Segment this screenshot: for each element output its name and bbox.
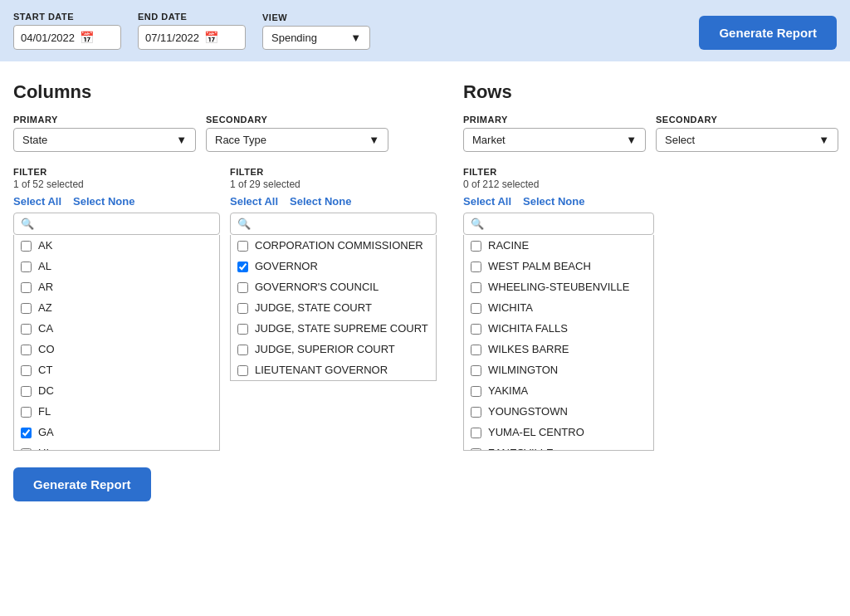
columns-filter-row: FILTER 1 of 52 selected Select All Selec… (13, 167, 437, 451)
rows-section: Rows PRIMARY Market ▼ SECONDARY Select ▼ (463, 81, 850, 451)
list-item[interactable]: YAKIMA (464, 380, 653, 401)
chevron-down-icon: ▼ (176, 134, 187, 146)
checkbox[interactable] (471, 303, 481, 314)
checkbox[interactable] (21, 282, 32, 293)
checkbox[interactable] (471, 407, 481, 418)
checkbox[interactable] (21, 345, 32, 355)
list-item-label: AR (38, 281, 53, 293)
list-item[interactable]: WEST PALM BEACH (464, 256, 653, 276)
state-filter-count: 1 of 52 selected (13, 178, 220, 190)
race-type-filter-col: FILTER 1 of 29 selected Select All Selec… (230, 167, 437, 381)
list-item-label: WICHITA (488, 301, 533, 314)
list-item-label: GOVERNOR (255, 260, 318, 272)
checkbox[interactable] (471, 345, 481, 355)
checkbox[interactable] (237, 345, 248, 355)
checkbox[interactable] (237, 241, 248, 252)
list-item[interactable]: CT (14, 359, 219, 380)
checkbox[interactable] (471, 241, 481, 252)
columns-secondary-select[interactable]: Race Type ▼ (206, 128, 388, 152)
start-date-input[interactable]: 04/01/2022 📅 (13, 25, 121, 50)
list-item-label: WILMINGTON (488, 364, 558, 376)
end-date-input[interactable]: 07/11/2022 📅 (138, 25, 246, 50)
checkbox[interactable] (237, 303, 248, 314)
chevron-down-icon: ▼ (369, 134, 379, 146)
list-item-label: AZ (38, 301, 52, 314)
state-search-box[interactable]: 🔍 (13, 213, 220, 235)
view-value: Spending (271, 32, 317, 44)
list-item[interactable]: AK (14, 235, 219, 256)
race-type-search-box[interactable]: 🔍 (230, 213, 437, 235)
list-item[interactable]: CA (14, 318, 219, 339)
list-item[interactable]: GOVERNOR'S COUNCIL (231, 276, 436, 297)
checkbox[interactable] (237, 324, 248, 335)
state-filter-label: FILTER (13, 167, 220, 177)
checkbox[interactable] (21, 407, 32, 418)
list-item[interactable]: AZ (14, 297, 219, 318)
checkbox[interactable] (21, 365, 32, 376)
checkbox[interactable] (237, 262, 248, 272)
checkbox[interactable] (471, 365, 481, 376)
checkbox[interactable] (21, 303, 32, 314)
checkbox[interactable] (21, 324, 32, 335)
rows-title: Rows (463, 81, 850, 103)
list-item-label: JUDGE, STATE SUPREME COURT (255, 322, 428, 335)
list-item[interactable]: ZANESVILLE (464, 442, 653, 451)
market-search-input[interactable] (487, 218, 647, 230)
state-search-input[interactable] (37, 218, 212, 230)
market-select-none[interactable]: Select None (523, 195, 584, 208)
list-item[interactable]: WILKES BARRE (464, 339, 653, 359)
checkbox[interactable] (237, 282, 248, 293)
list-item[interactable]: WILMINGTON (464, 359, 653, 380)
list-item[interactable]: FL (14, 401, 219, 422)
list-item[interactable]: JUDGE, SUPERIOR COURT (231, 339, 436, 359)
list-item[interactable]: DC (14, 380, 219, 401)
columns-primary-label: PRIMARY (13, 115, 196, 125)
race-type-select-all[interactable]: Select All (230, 195, 278, 208)
list-item[interactable]: GA (14, 422, 219, 442)
checkbox[interactable] (471, 448, 481, 451)
market-select-all[interactable]: Select All (463, 195, 511, 208)
list-item-label: YOUNGSTOWN (488, 405, 568, 418)
generate-report-button-bottom[interactable]: Generate Report (13, 467, 151, 501)
list-item[interactable]: RACINE (464, 235, 653, 256)
checkbox[interactable] (21, 448, 32, 451)
list-item[interactable]: AL (14, 256, 219, 276)
list-item[interactable]: YOUNGSTOWN (464, 401, 653, 422)
state-filter-col: FILTER 1 of 52 selected Select All Selec… (13, 167, 220, 451)
list-item[interactable]: GOVERNOR (231, 256, 436, 276)
checkbox[interactable] (471, 428, 481, 438)
list-item[interactable]: CO (14, 339, 219, 359)
checkbox[interactable] (471, 386, 481, 397)
state-select-none[interactable]: Select None (73, 195, 134, 208)
checkbox[interactable] (237, 365, 248, 376)
market-search-box[interactable]: 🔍 (463, 213, 654, 235)
list-item[interactable]: WICHITA FALLS (464, 318, 653, 339)
checkbox[interactable] (21, 241, 32, 252)
list-item[interactable]: LIEUTENANT GOVERNOR (231, 359, 436, 380)
list-item[interactable]: JUDGE, STATE SUPREME COURT (231, 318, 436, 339)
checkbox[interactable] (21, 386, 32, 397)
checkbox[interactable] (21, 428, 32, 438)
rows-secondary-select[interactable]: Select ▼ (656, 128, 838, 152)
state-select-all[interactable]: Select All (13, 195, 61, 208)
checkbox[interactable] (471, 262, 481, 272)
top-bar: START DATE 04/01/2022 📅 END DATE 07/11/2… (0, 0, 850, 61)
race-type-select-none[interactable]: Select None (290, 195, 351, 208)
race-type-search-input[interactable] (254, 218, 429, 230)
view-select[interactable]: Spending ▼ (262, 26, 370, 50)
list-item[interactable]: AR (14, 276, 219, 297)
rows-primary-select[interactable]: Market ▼ (463, 128, 646, 152)
columns-primary-select[interactable]: State ▼ (13, 128, 196, 152)
list-item[interactable]: JUDGE, STATE COURT (231, 297, 436, 318)
list-item[interactable]: HI (14, 442, 219, 451)
list-item-label: JUDGE, SUPERIOR COURT (255, 343, 395, 355)
checkbox[interactable] (471, 324, 481, 335)
checkbox[interactable] (471, 282, 481, 293)
calendar-icon-end: 📅 (204, 31, 218, 44)
checkbox[interactable] (21, 262, 32, 272)
list-item[interactable]: CORPORATION COMMISSIONER (231, 235, 436, 256)
generate-report-button-top[interactable]: Generate Report (699, 16, 837, 50)
list-item[interactable]: YUMA-EL CENTRO (464, 422, 653, 442)
list-item[interactable]: WICHITA (464, 297, 653, 318)
list-item[interactable]: WHEELING-STEUBENVILLE (464, 276, 653, 297)
